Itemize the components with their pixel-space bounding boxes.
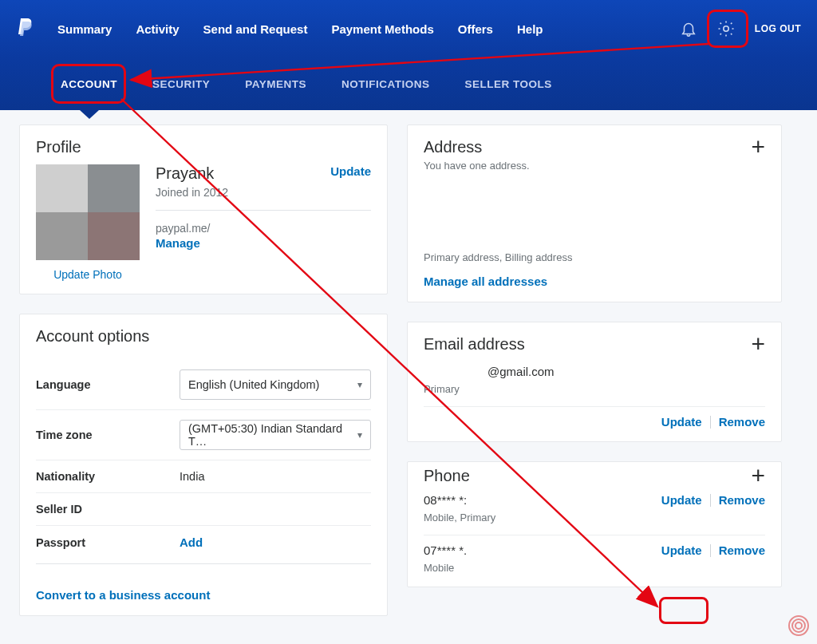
divider: [710, 544, 711, 557]
content: Profile Update Photo Prayank Joined in 2…: [0, 110, 817, 616]
nav-help[interactable]: Help: [517, 22, 543, 36]
tab-notifications[interactable]: NOTIFICATIONS: [341, 78, 430, 90]
tab-security[interactable]: SECURITY: [152, 78, 210, 90]
email-primary-tag: Primary: [424, 383, 765, 395]
phone-0-update-link[interactable]: Update: [661, 493, 702, 507]
profile-card: Profile Update Photo Prayank Joined in 2…: [19, 124, 388, 294]
gear-icon[interactable]: [716, 19, 736, 38]
right-column: Address You have one address. + Primary …: [407, 124, 782, 616]
address-card: Address You have one address. + Primary …: [407, 124, 782, 302]
tab-seller-tools[interactable]: SELLER TOOLS: [465, 78, 552, 90]
option-nationality-row: Nationality India: [36, 460, 371, 493]
update-photo-link[interactable]: Update Photo: [36, 268, 140, 281]
paypal-logo-icon[interactable]: [16, 18, 34, 39]
nav-payment-methods[interactable]: Payment Methods: [331, 22, 433, 36]
tab-account[interactable]: ACCOUNT: [61, 78, 117, 90]
top-nav-right: LOG OUT: [680, 19, 801, 38]
svg-point-4: [792, 619, 805, 632]
add-email-button[interactable]: +: [751, 335, 765, 353]
svg-point-0: [724, 26, 728, 31]
add-phone-button[interactable]: +: [751, 467, 765, 484]
paypalme-manage-link[interactable]: Manage: [156, 236, 200, 250]
convert-business-link[interactable]: Convert to a business account: [36, 588, 210, 602]
phone-1-update-link[interactable]: Update: [661, 543, 702, 557]
option-sellerid-row: Seller ID: [36, 493, 371, 526]
address-primary-note: Primary address, Billing address: [424, 251, 765, 263]
phone-type-0: Mobile, Primary: [424, 512, 495, 523]
option-language-label: Language: [36, 378, 180, 391]
option-sellerid-label: Seller ID: [36, 503, 180, 516]
option-nationality-value: India: [180, 470, 204, 483]
nav-offers[interactable]: Offers: [458, 22, 493, 36]
chevron-down-icon: ▾: [357, 429, 362, 441]
settings-tabs: ACCOUNT SECURITY PAYMENTS NOTIFICATIONS …: [0, 57, 817, 110]
option-language-row: Language English (United Kingdom) ▾: [36, 360, 371, 410]
account-options-card: Account options Language English (United…: [19, 314, 388, 616]
passport-add-link[interactable]: Add: [180, 535, 203, 549]
profile-title: Profile: [36, 138, 371, 156]
phone-number-1: 07**** *.: [424, 543, 467, 557]
manage-addresses-link[interactable]: Manage all addresses: [424, 275, 547, 288]
nav-summary[interactable]: Summary: [57, 22, 112, 36]
left-column: Profile Update Photo Prayank Joined in 2…: [19, 124, 388, 616]
email-value: @gmail.com: [487, 365, 765, 378]
phone-title: Phone: [424, 467, 470, 485]
top-nav-links: Summary Activity Send and Request Paymen…: [57, 22, 680, 36]
email-update-link[interactable]: Update: [661, 415, 702, 429]
email-actions: Update Remove: [424, 415, 765, 429]
active-tab-caret-icon: [80, 110, 99, 119]
logout-link[interactable]: LOG OUT: [755, 23, 801, 34]
paypalme-label: paypal.me/: [156, 222, 371, 235]
profile-photo[interactable]: [36, 164, 140, 260]
phone-type-1: Mobile: [424, 562, 467, 574]
nav-send-request[interactable]: Send and Request: [203, 22, 308, 36]
watermark-icon: [787, 614, 811, 638]
timezone-select-value: (GMT+05:30) Indian Standard T…: [188, 422, 357, 448]
option-nationality-label: Nationality: [36, 470, 180, 483]
profile-info: Prayank Joined in 2012 Update paypal.me/…: [156, 164, 371, 281]
phone-1-remove-link[interactable]: Remove: [719, 543, 765, 557]
phone-card: Phone + 08**** *: Mobile, Primary Update…: [407, 461, 782, 587]
option-passport-label: Passport: [36, 536, 180, 549]
profile-update-link[interactable]: Update: [330, 164, 371, 178]
phone-item-1: 07**** *. Mobile Update Remove: [424, 543, 765, 574]
account-options-title: Account options: [36, 327, 371, 346]
language-select-value: English (United Kingdom): [188, 378, 319, 391]
bell-icon[interactable]: [680, 20, 697, 38]
option-timezone-label: Time zone: [36, 429, 180, 441]
address-subtitle: You have one address.: [424, 160, 530, 172]
option-timezone-row: Time zone (GMT+05:30) Indian Standard T……: [36, 410, 371, 460]
phone-item-0: 08**** *: Mobile, Primary Update Remove: [424, 493, 765, 523]
email-title: Email address: [424, 335, 525, 354]
divider: [710, 494, 711, 507]
profile-joined: Joined in 2012: [156, 186, 228, 199]
profile-name: Prayank: [156, 164, 228, 183]
timezone-select[interactable]: (GMT+05:30) Indian Standard T… ▾: [180, 420, 371, 450]
add-address-button[interactable]: +: [751, 138, 765, 156]
option-passport-row: Passport Add: [36, 526, 371, 559]
phone-0-remove-link[interactable]: Remove: [719, 493, 765, 507]
chevron-down-icon: ▾: [357, 379, 362, 390]
phone-number-0: 08**** *:: [424, 493, 495, 507]
nav-activity[interactable]: Activity: [136, 22, 179, 36]
tab-payments[interactable]: PAYMENTS: [245, 78, 306, 90]
email-remove-link[interactable]: Remove: [719, 415, 765, 429]
profile-photo-column: Update Photo: [36, 164, 140, 281]
top-nav: Summary Activity Send and Request Paymen…: [0, 0, 817, 57]
divider: [710, 416, 711, 429]
svg-point-5: [795, 622, 802, 629]
address-title: Address: [424, 138, 530, 156]
email-card: Email address + @gmail.com Primary Updat…: [407, 322, 782, 442]
language-select[interactable]: English (United Kingdom) ▾: [180, 369, 371, 400]
